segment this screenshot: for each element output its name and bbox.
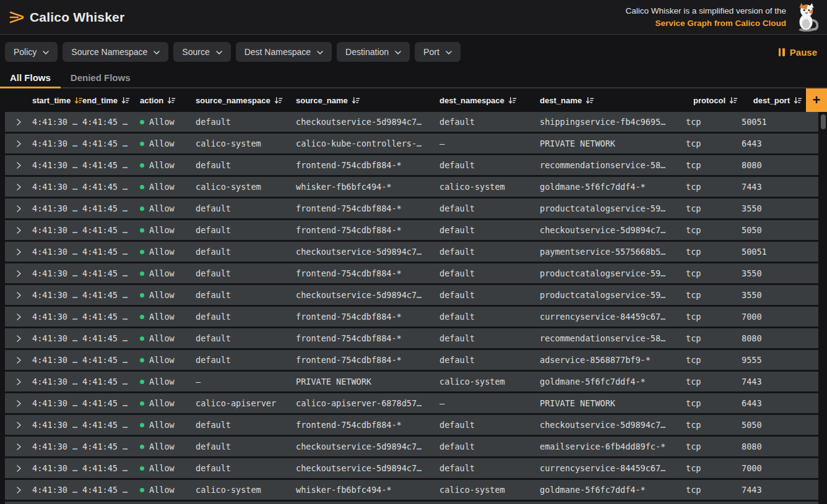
row-expand-chevron-icon[interactable] <box>17 249 21 255</box>
column-header-source_namespace[interactable]: source_namespace <box>196 88 296 112</box>
table-row[interactable]: 4:41:30 …4:41:45 … Allow defaultfrontend… <box>5 415 818 435</box>
column-header-dest_namespace[interactable]: dest_namespace <box>439 88 540 112</box>
column-header-source_name[interactable]: source_name <box>296 88 439 112</box>
table-row[interactable]: 4:41:30 …4:41:45 … Allow defaultcheckout… <box>5 112 818 132</box>
row-expand-chevron-icon[interactable] <box>17 443 21 450</box>
cell-end_time: 4:41:45 … <box>82 203 140 213</box>
filter-port-label: Port <box>423 47 439 57</box>
cell-source_name: whisker-fb6bfc494-* <box>296 485 439 495</box>
column-header-start_time[interactable]: start_time <box>32 88 82 112</box>
cell-dest_namespace: default <box>439 355 540 365</box>
cell-dest_namespace: default <box>439 225 540 235</box>
table-row[interactable]: 4:41:30 …4:41:45 … Allow defaultcheckout… <box>5 242 818 262</box>
filter-dest-namespace-button[interactable]: Dest Namespace <box>236 42 332 62</box>
cell-start_time: 4:41:30 … <box>32 312 82 322</box>
tab-all-flows[interactable]: All Flows <box>0 68 61 87</box>
table-row[interactable]: 4:41:30 …4:41:45 … Allow defaultcheckout… <box>5 458 818 478</box>
header-right: Calico Whisker is a simplified version o… <box>625 2 821 32</box>
table-row[interactable]: 4:41:30 …4:41:45 … Allow calico-systemwh… <box>5 480 818 500</box>
row-expand-chevron-icon[interactable] <box>17 140 21 147</box>
cell-source_namespace: default <box>196 247 296 257</box>
cell-end_time: 4:41:45 … <box>82 182 140 192</box>
cell-dest_name: checkoutservice-5d9894c7… <box>540 225 686 235</box>
row-expand-chevron-icon[interactable] <box>17 292 21 299</box>
action-label: Allow <box>149 442 175 451</box>
cell-protocol: tcp <box>686 463 742 473</box>
table-row[interactable]: 4:41:30 …4:41:45 … Allow calico-systemwh… <box>5 177 818 197</box>
cell-dest_namespace: default <box>439 290 540 300</box>
action-label: Allow <box>149 225 175 235</box>
table-row[interactable]: 4:41:30 …4:41:45 … Allow defaultfrontend… <box>5 328 818 348</box>
scrollbar-thumb[interactable] <box>821 114 826 129</box>
table-row[interactable]: 4:41:30 …4:41:45 … Allow defaultfrontend… <box>5 155 818 175</box>
pause-button[interactable]: Pause <box>779 47 817 58</box>
cell-start_time: 4:41:30 … <box>32 290 82 300</box>
filter-port-button[interactable]: Port <box>415 42 461 62</box>
action-label: Allow <box>149 203 175 213</box>
column-header-action[interactable]: action <box>140 88 196 112</box>
cell-action: Allow <box>140 139 196 148</box>
row-expand-chevron-icon[interactable] <box>17 465 21 472</box>
row-expand-chevron-icon[interactable] <box>17 205 21 212</box>
cell-dest_name: recommendationservice-58… <box>540 333 686 343</box>
column-header-protocol[interactable]: protocol <box>686 88 742 112</box>
column-header-dest_port[interactable]: dest_port <box>742 88 806 112</box>
cell-end_time: 4:41:45 … <box>82 377 140 387</box>
column-header-end_time[interactable]: end_time <box>82 88 140 112</box>
filter-bar: Policy Source Namespace Source Dest Name… <box>0 35 827 68</box>
row-expand-chevron-icon[interactable] <box>17 184 21 190</box>
row-expand-chevron-icon[interactable] <box>17 422 21 429</box>
table-row[interactable]: 4:41:30 …4:41:45 … Allow calico-apiserve… <box>5 393 818 413</box>
row-expand-chevron-icon[interactable] <box>17 487 21 493</box>
table-row[interactable]: 4:41:30 …4:41:45 … Allow defaultfrontend… <box>5 199 818 218</box>
table-row[interactable]: 4:41:30 …4:41:45 … Allow –PRIVATE NETWOR… <box>5 372 818 391</box>
cell-start_time: 4:41:30 … <box>32 420 82 430</box>
tab-all-flows-label: All Flows <box>10 72 51 83</box>
row-expand-chevron-icon[interactable] <box>17 378 21 385</box>
row-expand-chevron-icon[interactable] <box>17 314 21 320</box>
filter-source-button[interactable]: Source <box>173 42 230 62</box>
cell-start_time: 4:41:30 … <box>32 160 82 170</box>
allow-status-dot <box>140 293 144 297</box>
column-header-label: start_time <box>32 96 71 105</box>
cell-start_time: 4:41:30 … <box>32 333 82 343</box>
service-graph-link[interactable]: Service Graph from Calico Cloud <box>625 17 786 30</box>
filter-destination-button[interactable]: Destination <box>337 42 410 62</box>
cell-expander <box>5 400 32 407</box>
table-row[interactable]: 4:41:30 …4:41:45 … Allow defaultfrontend… <box>5 220 818 240</box>
filter-source-namespace-button[interactable]: Source Namespace <box>63 42 168 62</box>
row-expand-chevron-icon[interactable] <box>17 162 21 169</box>
cell-end_time: 4:41:45 … <box>82 312 140 322</box>
cell-protocol: tcp <box>686 355 742 365</box>
table-row[interactable]: 4:41:30 …4:41:45 … Allow defaultcheckout… <box>5 437 818 456</box>
cell-expander <box>5 335 32 342</box>
add-column-button[interactable]: + <box>806 88 827 112</box>
cell-source_name: calico-kube-controllers-… <box>296 139 439 148</box>
table-row[interactable]: 4:41:30 …4:41:45 … Allow defaultfrontend… <box>5 263 818 283</box>
cell-dest_namespace: default <box>439 333 540 343</box>
allow-status-dot <box>140 142 144 146</box>
tab-denied-flows[interactable]: Denied Flows <box>61 68 141 87</box>
table-row[interactable]: 4:41:30 …4:41:45 … Allow defaultfrontend… <box>5 350 818 370</box>
cell-dest_name: productcatalogservice-59… <box>540 203 686 213</box>
table-row[interactable]: 4:41:30 …4:41:45 … Allow calico-systemca… <box>5 134 818 153</box>
table-row[interactable]: 4:41:30 …4:41:45 … Allow defaultcheckout… <box>5 285 818 305</box>
row-expand-chevron-icon[interactable] <box>17 119 21 126</box>
cell-dest_port: 3550 <box>742 203 818 213</box>
cell-dest_port: 6443 <box>742 139 818 148</box>
flow-tabs: All Flows Denied Flows <box>0 68 827 88</box>
row-expand-chevron-icon[interactable] <box>17 335 21 342</box>
row-expand-chevron-icon[interactable] <box>17 227 21 234</box>
row-expand-chevron-icon[interactable] <box>17 400 21 407</box>
row-expand-chevron-icon[interactable] <box>17 270 21 277</box>
table-row[interactable]: 4:41:30 …4:41:45 … Allow defaultfrontend… <box>5 307 818 327</box>
cell-dest_port: 5050 <box>742 420 818 430</box>
chevron-down-icon <box>446 51 452 54</box>
column-header-dest_name[interactable]: dest_name <box>540 88 686 112</box>
sort-icon <box>793 96 802 105</box>
action-label: Allow <box>149 355 175 365</box>
filter-policy-button[interactable]: Policy <box>5 42 58 62</box>
row-expand-chevron-icon[interactable] <box>17 357 21 364</box>
cell-dest_namespace: default <box>439 268 540 278</box>
cell-source_name: calico-apiserver-6878d57… <box>296 398 439 408</box>
